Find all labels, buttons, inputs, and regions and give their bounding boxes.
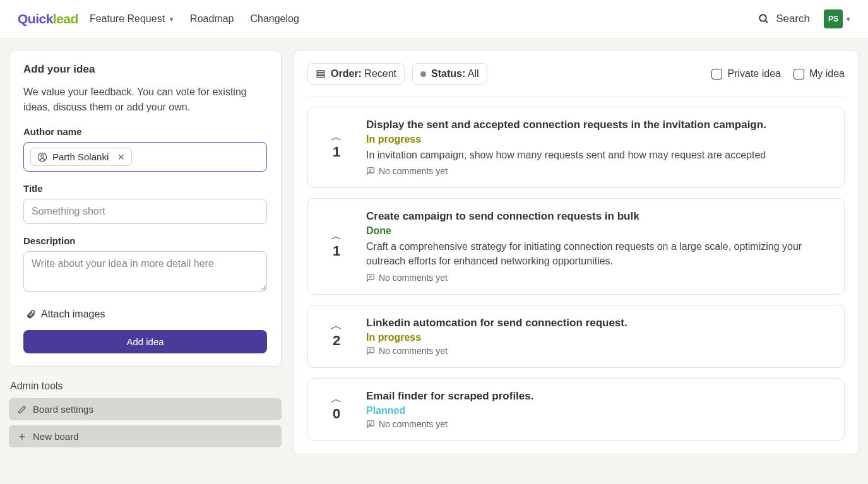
vote-count: 1 bbox=[333, 243, 340, 259]
nav-label: Changelog bbox=[250, 13, 299, 25]
checkbox-icon bbox=[711, 69, 722, 80]
author-chip: Parth Solanki ✕ bbox=[30, 148, 132, 166]
sidebar: Add your idea We value your feedback. Yo… bbox=[9, 50, 282, 452]
idea-body: Create campaign to send connection reque… bbox=[366, 210, 831, 282]
checkbox-icon bbox=[794, 69, 804, 80]
idea-body: Display the sent and accepted connection… bbox=[366, 119, 831, 176]
admin-tools-title: Admin tools bbox=[10, 381, 282, 392]
idea-title: Linkedin automcation for send connection… bbox=[366, 317, 831, 329]
author-input[interactable]: Parth Solanki ✕ bbox=[23, 142, 267, 172]
nav-roadmap[interactable]: Roadmap bbox=[190, 13, 234, 25]
idea-body: Email finder for scraped profiles.Planne… bbox=[366, 390, 831, 429]
comments-text: No comments yet bbox=[379, 346, 448, 356]
idea-title: Display the sent and accepted connection… bbox=[366, 119, 831, 131]
search-icon bbox=[758, 13, 770, 25]
header: Quicklead Feature Request ▾ Roadmap Chan… bbox=[0, 0, 868, 38]
vote-button[interactable]: ︿1 bbox=[321, 134, 352, 160]
search-label: Search bbox=[776, 13, 810, 25]
svg-point-3 bbox=[41, 154, 44, 156]
filters-right: Private idea My idea bbox=[711, 68, 845, 80]
ideas-list: ︿1Display the sent and accepted connecti… bbox=[307, 107, 845, 441]
idea-title: Email finder for scraped profiles. bbox=[366, 390, 831, 403]
comments-text: No comments yet bbox=[379, 419, 448, 429]
comments-text: No comments yet bbox=[379, 273, 448, 283]
idea-body: Linkedin automcation for send connection… bbox=[366, 317, 831, 356]
svg-point-0 bbox=[759, 15, 766, 21]
chevron-up-icon: ︿ bbox=[331, 134, 342, 140]
nav-feature-request[interactable]: Feature Request ▾ bbox=[90, 13, 174, 25]
idea-comments[interactable]: No comments yet bbox=[366, 273, 831, 283]
content: Order: Recent Status: All Private idea M… bbox=[293, 50, 859, 454]
chevron-up-icon: ︿ bbox=[331, 396, 342, 402]
title-input[interactable] bbox=[23, 199, 267, 224]
add-idea-button[interactable]: Add idea bbox=[23, 330, 267, 353]
idea-card[interactable]: ︿1Create campaign to send connection req… bbox=[307, 198, 845, 294]
nav-changelog[interactable]: Changelog bbox=[250, 13, 299, 25]
author-label: Author name bbox=[23, 126, 267, 137]
admin-label: Board settings bbox=[33, 404, 93, 415]
nav: Feature Request ▾ Roadmap Changelog bbox=[90, 13, 299, 25]
chevron-down-icon: ▾ bbox=[847, 15, 850, 23]
board-settings-button[interactable]: Board settings bbox=[9, 398, 282, 420]
idea-title: Create campaign to send connection reque… bbox=[366, 210, 831, 223]
plus-icon bbox=[18, 432, 27, 441]
my-idea-checkbox[interactable]: My idea bbox=[794, 68, 845, 80]
vote-button[interactable]: ︿1 bbox=[321, 233, 352, 259]
idea-card[interactable]: ︿1Display the sent and accepted connecti… bbox=[307, 107, 845, 188]
filters-bar: Order: Recent Status: All Private idea M… bbox=[307, 63, 845, 97]
private-idea-checkbox[interactable]: Private idea bbox=[711, 68, 781, 80]
vote-button[interactable]: ︿0 bbox=[321, 396, 352, 422]
add-idea-title: Add your idea bbox=[23, 63, 267, 76]
comment-icon bbox=[366, 420, 375, 428]
comment-icon bbox=[366, 167, 375, 175]
comment-icon bbox=[366, 273, 375, 282]
svg-rect-7 bbox=[317, 73, 324, 75]
logo-part-quick: Quick bbox=[18, 11, 53, 26]
status-filter[interactable]: Status: All bbox=[412, 63, 487, 85]
svg-rect-8 bbox=[317, 76, 324, 78]
order-value: Recent bbox=[364, 68, 396, 79]
idea-status: In progress bbox=[366, 134, 831, 145]
order-filter[interactable]: Order: Recent bbox=[307, 63, 405, 85]
search-button[interactable]: Search bbox=[758, 13, 810, 25]
logo[interactable]: Quicklead bbox=[18, 11, 78, 27]
new-board-button[interactable]: New board bbox=[9, 425, 282, 447]
vote-count: 0 bbox=[333, 406, 340, 422]
chevron-up-icon: ︿ bbox=[331, 233, 342, 239]
add-idea-intro: We value your feedback. You can vote for… bbox=[23, 85, 267, 115]
user-menu[interactable]: PS ▾ bbox=[824, 9, 850, 28]
logo-part-lead: lead bbox=[53, 11, 78, 26]
chevron-down-icon: ▾ bbox=[170, 15, 174, 23]
idea-comments[interactable]: No comments yet bbox=[366, 419, 831, 429]
list-icon bbox=[316, 69, 326, 79]
nav-label: Roadmap bbox=[190, 13, 234, 25]
status-value: All bbox=[468, 68, 479, 79]
admin-label: New board bbox=[33, 431, 79, 442]
attach-images-button[interactable]: Attach images bbox=[26, 309, 267, 320]
idea-card[interactable]: ︿0Email finder for scraped profiles.Plan… bbox=[307, 378, 845, 441]
pencil-icon bbox=[18, 405, 27, 414]
checkbox-label: Private idea bbox=[727, 68, 781, 80]
svg-line-1 bbox=[765, 20, 768, 23]
idea-status: In progress bbox=[366, 332, 831, 343]
remove-author-icon[interactable]: ✕ bbox=[117, 152, 125, 162]
status-label: Status: bbox=[431, 68, 465, 79]
avatar: PS bbox=[824, 9, 843, 28]
main: Add your idea We value your feedback. Yo… bbox=[0, 38, 868, 466]
description-input[interactable] bbox=[23, 251, 267, 292]
idea-status: Planned bbox=[366, 405, 831, 416]
chevron-up-icon: ︿ bbox=[331, 323, 342, 329]
vote-count: 2 bbox=[333, 333, 340, 349]
vote-button[interactable]: ︿2 bbox=[321, 323, 352, 349]
svg-rect-6 bbox=[317, 71, 324, 73]
nav-label: Feature Request bbox=[90, 13, 165, 25]
attach-label: Attach images bbox=[41, 309, 105, 320]
idea-comments[interactable]: No comments yet bbox=[366, 346, 831, 356]
paperclip-icon bbox=[26, 309, 36, 319]
comment-icon bbox=[366, 346, 375, 355]
title-label: Title bbox=[23, 183, 267, 194]
idea-card[interactable]: ︿2Linkedin automcation for send connecti… bbox=[307, 305, 845, 368]
idea-description: In invitation campaign, show how many re… bbox=[366, 148, 831, 162]
idea-comments[interactable]: No comments yet bbox=[366, 166, 831, 176]
idea-description: Craft a comprehensive strategy for initi… bbox=[366, 239, 831, 268]
